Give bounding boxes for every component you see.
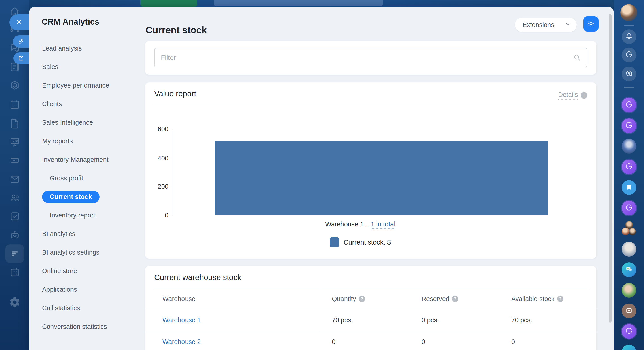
nav-label: Sales Intelligence — [42, 119, 93, 126]
nav-item-bi-analytics-settings[interactable]: BI analytics settings — [29, 243, 142, 262]
nav-item-call-statistics[interactable]: Call statistics — [29, 299, 142, 317]
nav-item-online-store[interactable]: Online store — [29, 262, 142, 280]
nav-label: Sales — [42, 63, 58, 71]
ballot-check-badge[interactable] — [622, 304, 636, 318]
board-icon[interactable] — [9, 136, 20, 148]
copilot-badge[interactable] — [622, 201, 636, 215]
translate-chat-button[interactable] — [622, 67, 636, 81]
screen: CRM Analytics Lead analysis Sales Employ… — [0, 0, 644, 350]
drive-icon[interactable] — [9, 155, 20, 166]
table-row-warehouse-1: Warehouse 1 70 pcs. 0 pcs. 70 pcs. — [145, 309, 596, 332]
ballot-check-icon — [625, 306, 633, 316]
nav-label: BI analytics settings — [42, 249, 99, 256]
close-slider-button[interactable] — [10, 14, 29, 30]
nav-item-applications[interactable]: Applications — [29, 280, 142, 299]
details-link[interactable]: Details — [558, 91, 578, 100]
users-icon[interactable] — [9, 192, 20, 204]
open-new-window-button[interactable] — [14, 52, 29, 64]
filter-input[interactable] — [154, 54, 573, 61]
teal-badge-partial[interactable] — [622, 345, 636, 350]
bookmark-icon — [625, 183, 633, 192]
table-header-row: Warehouse Quantity? Reserved? Available … — [145, 289, 596, 309]
help-icon[interactable]: ? — [359, 296, 365, 302]
mail-icon[interactable] — [9, 174, 20, 185]
available-value: 70 pcs. — [511, 309, 532, 331]
nav-label: Lead analysis — [42, 45, 82, 52]
calendar-icon[interactable] — [9, 99, 20, 110]
y-tick-200: 200 — [148, 182, 168, 190]
chat-avatar[interactable] — [622, 283, 636, 298]
col-label: Warehouse — [162, 295, 195, 303]
details-control[interactable]: Details i — [558, 91, 588, 100]
copilot-icon — [625, 203, 633, 213]
saved-messages-badge[interactable] — [622, 180, 636, 195]
rail-divider — [624, 87, 634, 88]
bot-icon[interactable] — [9, 229, 20, 241]
col-available-stock: Available stock? — [511, 289, 564, 309]
filter-field — [154, 48, 588, 67]
translate-chat-icon — [625, 69, 633, 79]
nav-item-bi-analytics[interactable]: BI analytics — [29, 225, 142, 243]
table-row-warehouse-2: Warehouse 2 0 0 0 — [145, 331, 596, 350]
page-title: Current stock — [146, 25, 207, 35]
y-tick-600: 600 — [148, 125, 168, 133]
extensions-button[interactable]: Extensions — [515, 18, 577, 32]
copilot-icon — [625, 327, 633, 336]
nav-item-conversation-statistics[interactable]: Conversation statistics — [29, 317, 142, 336]
bar-warehouse-1[interactable] — [215, 141, 548, 215]
copilot-badge[interactable] — [622, 160, 636, 174]
rail-divider — [624, 25, 634, 26]
nav-item-lead-analysis[interactable]: Lead analysis — [29, 39, 142, 58]
nav-item-employee-performance[interactable]: Employee performance — [29, 76, 142, 95]
info-icon[interactable]: i — [581, 92, 588, 99]
link-icon — [17, 37, 25, 46]
report-settings-button[interactable] — [583, 16, 598, 31]
scrollbar-thumb[interactable] — [609, 14, 612, 323]
y-tick-400: 400 — [148, 155, 168, 162]
nav-label: My reports — [42, 138, 73, 145]
y-axis-line — [172, 130, 173, 215]
nav-item-inventory-management[interactable]: Inventory Management — [29, 151, 142, 169]
nav-item-sales-intelligence[interactable]: Sales Intelligence — [29, 113, 142, 132]
warehouse-stock-title: Current warehouse stock — [154, 273, 241, 282]
nav-item-clients[interactable]: Clients — [29, 95, 142, 113]
nav-item-current-stock[interactable]: Current stock — [29, 187, 142, 206]
nav-item-my-reports[interactable]: My reports — [29, 132, 142, 151]
nav-item-gross-profit[interactable]: Gross profit — [29, 169, 142, 187]
user-avatar[interactable] — [620, 4, 637, 21]
filter-icon-box[interactable] — [5, 244, 24, 263]
col-quantity: Quantity? — [332, 289, 365, 309]
search-icon[interactable] — [573, 54, 581, 62]
external-link-icon — [18, 54, 25, 63]
chat-avatar[interactable] — [622, 139, 636, 154]
col-label: Reserved — [422, 295, 449, 303]
file-icon[interactable] — [9, 118, 20, 129]
chat-lines-badge[interactable] — [622, 262, 636, 277]
nav-label: Call statistics — [42, 304, 80, 312]
warehouse-1-link[interactable]: Warehouse 1 — [162, 317, 201, 324]
panel-title: CRM Analytics — [42, 17, 99, 27]
copy-link-button[interactable] — [13, 35, 29, 48]
hexagon-icon[interactable] — [9, 80, 20, 91]
cat-avatar[interactable] — [622, 242, 636, 257]
nav-label: Clients — [42, 100, 62, 108]
copilot-badge[interactable] — [622, 324, 636, 339]
total-link[interactable]: 1 in total — [371, 221, 396, 229]
reserved-value: 0 — [422, 331, 425, 350]
copilot-badge[interactable] — [622, 118, 636, 133]
nav-item-inventory-report[interactable]: Inventory report — [29, 206, 142, 225]
copilot-icon — [625, 162, 633, 172]
notifications-button[interactable] — [622, 29, 636, 44]
nav-item-sales[interactable]: Sales — [29, 58, 142, 76]
copilot-icon — [625, 100, 633, 110]
tasks-icon[interactable] — [9, 210, 20, 222]
grid-calendar-icon[interactable] — [9, 266, 20, 278]
group-chat-avatar[interactable] — [622, 221, 636, 236]
legend-swatch — [330, 237, 339, 247]
help-icon[interactable]: ? — [557, 296, 564, 302]
help-icon[interactable]: ? — [452, 296, 458, 302]
copilot-button[interactable] — [622, 48, 636, 62]
warehouse-2-link[interactable]: Warehouse 2 — [162, 338, 201, 346]
gear-icon[interactable] — [9, 296, 20, 308]
copilot-badge[interactable] — [622, 98, 636, 112]
